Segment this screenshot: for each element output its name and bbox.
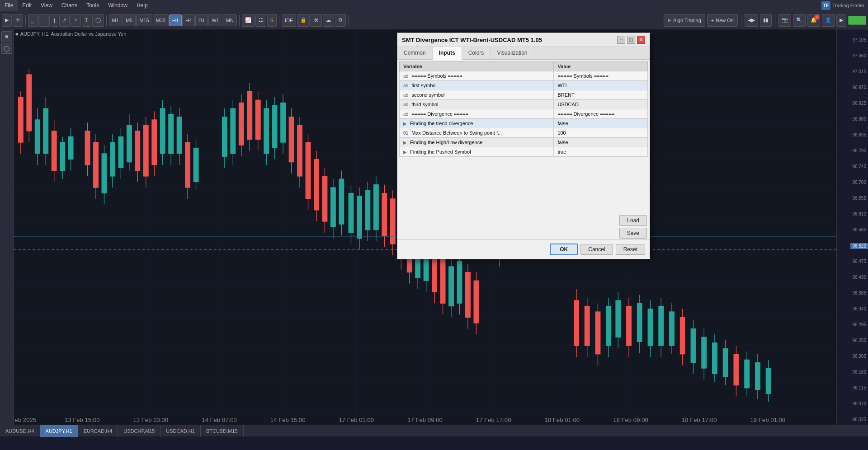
new-on-btn[interactable]: + New On <box>707 14 738 27</box>
vline-tool[interactable]: | <box>51 14 58 27</box>
val-cell[interactable]: ===== Symbols ===== <box>554 71 648 81</box>
menu-file[interactable]: File <box>0 0 18 11</box>
menu-help[interactable]: Help <box>132 0 152 11</box>
menu-window[interactable]: Window <box>104 0 132 11</box>
screenshot-btn[interactable]: 📷 <box>778 14 791 27</box>
ab-icon-4: ab <box>403 112 408 117</box>
hline-tool[interactable]: ― <box>38 14 50 27</box>
price-96070: 96.070 <box>852 401 866 406</box>
svg-rect-34 <box>35 120 40 154</box>
reset-button[interactable]: Reset <box>616 244 645 255</box>
val-cell[interactable]: 100 <box>554 128 648 138</box>
menu-view[interactable]: View <box>36 0 57 11</box>
cancel-button[interactable]: Cancel <box>580 244 613 255</box>
tf-w1[interactable]: W1 <box>208 14 222 26</box>
tf-h4[interactable]: H4 <box>182 14 195 26</box>
var-label-8: Finding the Pushed Symbol <box>410 149 471 155</box>
tf-m30[interactable]: M30 <box>153 14 169 26</box>
tab-eurcad[interactable]: EURCAD,H4 <box>78 425 118 437</box>
val-cell[interactable]: BRENT <box>554 90 648 100</box>
dialog-close-btn[interactable]: ✕ <box>637 36 645 44</box>
lock-btn[interactable]: 🔒 <box>297 14 310 27</box>
notification-btn[interactable]: 🔔 1 <box>807 14 820 27</box>
ab-icon-2: ab <box>403 93 408 98</box>
ide-btn[interactable]: IDE <box>282 14 296 27</box>
pitchfork-tool[interactable]: ✧ <box>71 14 81 27</box>
price-96250: 96.250 <box>852 338 866 343</box>
load-button[interactable]: Load <box>619 215 647 226</box>
var-cell: 01 Max Distance Between to Swing point f… <box>400 128 554 138</box>
price-96025: 96.025 <box>852 417 866 422</box>
tf-d1[interactable]: D1 <box>195 14 208 26</box>
menu-tools[interactable]: Tools <box>82 0 104 11</box>
tf-m5[interactable]: M5 <box>123 14 136 26</box>
svg-rect-172 <box>449 267 454 306</box>
val-cell[interactable]: false <box>554 119 648 128</box>
tf-m15[interactable]: M15 <box>136 14 152 26</box>
shapes-tool[interactable]: ◯ <box>92 14 104 27</box>
template-btn[interactable]: ☷ <box>255 14 266 27</box>
dialog-tab-inputs[interactable]: Inputs <box>433 47 462 60</box>
plugin-btn[interactable]: ⚙ <box>335 14 346 27</box>
dialog-title-controls: − □ ✕ <box>617 36 645 44</box>
svg-rect-94 <box>231 108 236 154</box>
tab-audusd[interactable]: AUDUSD,H4 <box>0 425 40 437</box>
connect-btn[interactable]: ▶ <box>836 14 846 27</box>
left-tool-2[interactable]: ◯ <box>1 43 12 54</box>
settings-btn[interactable]: 🛠 <box>311 14 322 27</box>
cloud-btn[interactable]: ☁ <box>323 14 334 27</box>
tf-logo-icon: TF <box>821 1 830 10</box>
val-cell[interactable]: true <box>554 147 648 157</box>
crosshair-tool[interactable]: ✛ <box>13 14 23 27</box>
svg-rect-214 <box>637 303 642 342</box>
svg-rect-91 <box>222 117 227 157</box>
svg-rect-208 <box>616 300 621 337</box>
ok-button[interactable]: OK <box>550 244 578 255</box>
text-tool[interactable]: T <box>82 14 91 27</box>
notification-badge: 1 <box>814 14 820 20</box>
algo-trading-btn[interactable]: ▶ Algo Trading <box>664 14 705 27</box>
tab-usdchf[interactable]: USDCHF,M15 <box>118 425 160 437</box>
depth-btn[interactable]: ▮▮ <box>760 14 772 27</box>
tab-audjpy[interactable]: AUDJPY,H1 <box>40 425 78 437</box>
svg-rect-178 <box>466 272 471 318</box>
dialog-tab-colors[interactable]: Colors <box>462 47 491 59</box>
left-tool-1[interactable]: ■ <box>1 31 12 42</box>
tab-btcusd[interactable]: BTCUSD,M15 <box>201 425 244 437</box>
signal-btn[interactable]: S <box>267 14 277 27</box>
svg-rect-124 <box>314 159 319 211</box>
menu-edit[interactable]: Edit <box>18 0 36 11</box>
cursor-tool[interactable]: ▶ <box>2 14 12 27</box>
dialog-tab-common[interactable]: Common <box>397 47 433 59</box>
navigator-btn[interactable]: ◀▶ <box>745 14 758 27</box>
var-label-3: third symbol <box>411 102 438 107</box>
tf-h1[interactable]: H1 <box>169 14 182 26</box>
chart-type-btn[interactable]: 📈 <box>242 14 255 27</box>
svg-text:14 Feb 07:00: 14 Feb 07:00 <box>202 417 237 423</box>
dialog-maximize-btn[interactable]: □ <box>627 36 635 44</box>
val-cell[interactable]: WTI <box>554 81 648 90</box>
dialog-minimize-btn[interactable]: − <box>617 36 625 44</box>
dialog-tab-visualization[interactable]: Visualization <box>491 47 534 59</box>
trendline-tool[interactable]: ↗ <box>59 14 70 27</box>
table-row: ab first symbol WTI <box>400 81 648 90</box>
svg-rect-79 <box>169 114 174 154</box>
svg-rect-244 <box>745 360 750 388</box>
tab-usdcad[interactable]: USDCAD,H1 <box>160 425 201 437</box>
tf-m1[interactable]: M1 <box>109 14 122 26</box>
search-btn[interactable]: 🔍 <box>793 14 806 27</box>
svg-rect-112 <box>281 103 286 143</box>
svg-rect-61 <box>118 137 123 168</box>
menu-charts[interactable]: Charts <box>57 0 82 11</box>
svg-rect-103 <box>255 100 260 140</box>
tf-mn[interactable]: MN <box>223 14 237 26</box>
svg-rect-226 <box>680 318 685 354</box>
val-cell[interactable]: false <box>554 138 648 147</box>
price-96205: 96.205 <box>852 354 866 359</box>
val-cell[interactable]: USDCAD <box>554 100 648 109</box>
table-row: ab second symbol BRENT <box>400 90 648 100</box>
line-tool[interactable]: ⎯ <box>28 14 38 27</box>
val-cell[interactable]: ===== Divergence ===== <box>554 109 648 119</box>
account-btn[interactable]: 👤 <box>822 14 835 27</box>
save-button[interactable]: Save <box>619 228 647 239</box>
